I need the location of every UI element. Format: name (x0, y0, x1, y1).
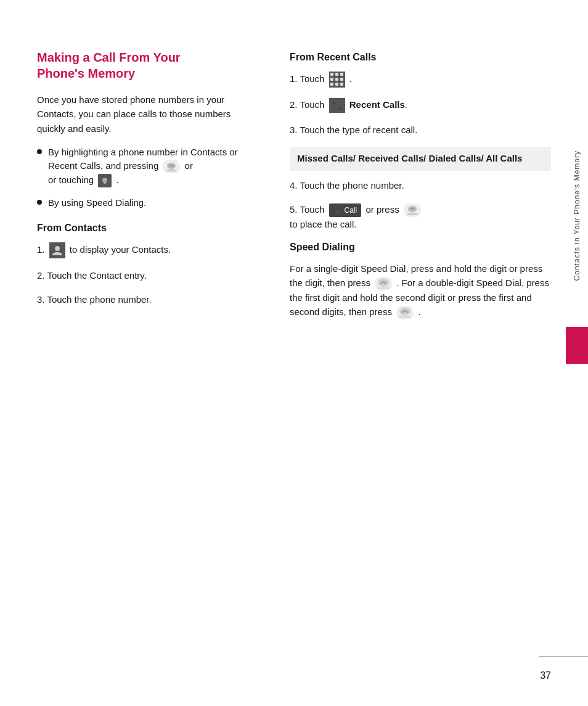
speed-dialing-title: Speed Dialing (290, 242, 551, 253)
svg-rect-9 (399, 308, 410, 315)
press-icon-speed1 (375, 277, 392, 290)
from-recent-title: From Recent Calls (290, 52, 551, 63)
recent-step1: 1. Touch . (290, 72, 551, 88)
svg-point-3 (55, 246, 60, 251)
touch-phone-icon (98, 174, 112, 187)
bullet-dot (37, 149, 42, 154)
page-container: Making a Call From Your Phone's Memory O… (0, 0, 588, 706)
side-tab-label: Contacts in Your Phone's Memory (572, 150, 582, 281)
side-tab: Contacts in Your Phone's Memory (566, 111, 588, 321)
right-column: From Recent Calls 1. Touch . 2. Touch 📞 (290, 49, 551, 329)
list-item: By using Speed Dialing. (37, 196, 253, 210)
contacts-step2: 2. Touch the Contact entry. (37, 268, 253, 282)
svg-rect-5 (408, 206, 417, 212)
call-button-icon: 📞 Call (329, 203, 362, 218)
press-phone-icon (163, 160, 180, 173)
bullet-list: By highlighting a phone number in Contac… (37, 146, 253, 210)
left-column: Making a Call From Your Phone's Memory O… (37, 49, 265, 329)
svg-rect-7 (378, 279, 389, 286)
svg-point-8 (399, 315, 411, 318)
two-column-layout: Making a Call From Your Phone's Memory O… (37, 49, 551, 329)
bullet-dot (37, 200, 42, 205)
press-icon-speed2 (396, 306, 414, 319)
from-contacts-title: From Contacts (37, 223, 253, 234)
recent-step3: 3. Touch the type of recent call. (290, 123, 551, 137)
svg-point-0 (166, 169, 177, 171)
phone-icon: 📞 (332, 99, 342, 112)
recent-step2: 2. Touch 📞 Recent Calls. (290, 97, 551, 113)
speed-dialing-text: For a single-digit Speed Dial, press and… (290, 261, 551, 320)
section-title: Making a Call From Your Phone's Memory (37, 49, 253, 81)
recent-calls-icon: 📞 (329, 98, 345, 113)
page-number: 37 (540, 670, 551, 681)
grid-dots-icon (329, 72, 345, 88)
svg-point-4 (407, 213, 418, 216)
contacts-step3: 3. Touch the phone number. (37, 292, 253, 306)
side-tab-bar (566, 327, 588, 364)
bullet1-text: By highlighting a phone number in Contac… (48, 146, 253, 188)
contacts-step1: 1. to display your Contacts. (37, 242, 253, 258)
contacts-icon (49, 242, 65, 258)
call-label: Call (345, 205, 357, 216)
missed-calls-box: Missed Calls/ Received Calls/ Dialed Cal… (290, 147, 551, 171)
recent-step4: 4. Touch the phone number. (290, 178, 551, 192)
svg-rect-1 (167, 163, 176, 169)
page-divider (539, 656, 588, 657)
recent-step5: 5. Touch 📞 Call or press to place the ca… (290, 202, 551, 232)
svg-point-6 (377, 286, 390, 289)
intro-text: Once you have stored phone numbers in yo… (37, 92, 253, 136)
call-phone-icon: 📞 (333, 205, 343, 216)
bullet2-text: By using Speed Dialing. (48, 196, 146, 210)
press-icon-step5 (404, 203, 421, 217)
list-item: By highlighting a phone number in Contac… (37, 146, 253, 188)
